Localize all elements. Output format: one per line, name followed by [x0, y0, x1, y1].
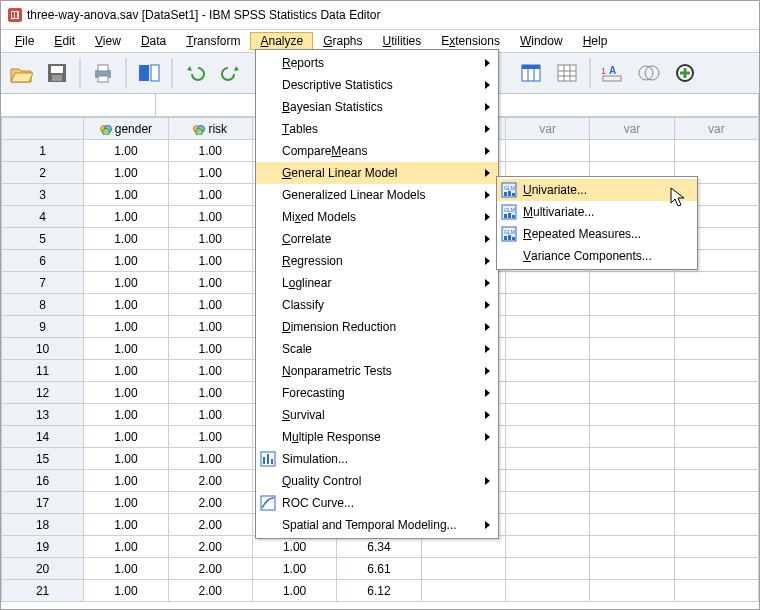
cell[interactable]: 1.00 [84, 228, 168, 250]
cell[interactable]: 1.00 [168, 184, 252, 206]
cell[interactable]: 1.00 [252, 558, 336, 580]
cell[interactable]: 1.00 [168, 140, 252, 162]
cell[interactable] [505, 360, 589, 382]
column-header[interactable]: var [505, 118, 589, 140]
cell[interactable] [590, 338, 674, 360]
row-header[interactable]: 10 [2, 338, 84, 360]
submenu-item[interactable]: GLMUnivariate... [497, 179, 697, 201]
menu-utilities[interactable]: Utilities [373, 32, 432, 50]
cell[interactable]: 1.00 [168, 250, 252, 272]
cell[interactable]: 1.00 [84, 448, 168, 470]
menu-item[interactable]: Correlate [256, 228, 498, 250]
menu-item[interactable]: Multiple Response [256, 426, 498, 448]
menu-item[interactable]: Compare Means [256, 140, 498, 162]
cell[interactable]: 1.00 [84, 316, 168, 338]
cell[interactable]: 1.00 [168, 228, 252, 250]
row-header[interactable]: 1 [2, 140, 84, 162]
cell[interactable]: 2.00 [168, 580, 252, 602]
cell[interactable] [590, 316, 674, 338]
cell[interactable]: 2.00 [168, 514, 252, 536]
cell[interactable] [505, 294, 589, 316]
cell[interactable]: 1.00 [84, 426, 168, 448]
cell[interactable] [674, 448, 758, 470]
cell[interactable] [590, 514, 674, 536]
cell[interactable] [505, 536, 589, 558]
cell[interactable] [590, 536, 674, 558]
cell[interactable] [674, 514, 758, 536]
menu-item[interactable]: Nonparametric Tests [256, 360, 498, 382]
cell[interactable] [421, 558, 505, 580]
cell[interactable]: 6.61 [337, 558, 421, 580]
cell[interactable] [590, 382, 674, 404]
cell[interactable] [590, 492, 674, 514]
menu-item[interactable]: Simulation... [256, 448, 498, 470]
menu-help[interactable]: Help [573, 32, 618, 50]
cell[interactable]: 1.00 [84, 382, 168, 404]
menu-data[interactable]: Data [131, 32, 176, 50]
menu-view[interactable]: View [85, 32, 131, 50]
cell[interactable]: 1.00 [84, 404, 168, 426]
cell[interactable] [505, 382, 589, 404]
save-icon[interactable] [41, 57, 73, 89]
cell[interactable]: 1.00 [84, 250, 168, 272]
cell[interactable] [505, 448, 589, 470]
submenu-item[interactable]: GLMMultivariate... [497, 201, 697, 223]
cell[interactable]: 1.00 [168, 426, 252, 448]
cell[interactable] [590, 360, 674, 382]
row-header[interactable]: 8 [2, 294, 84, 316]
menu-item[interactable]: Loglinear [256, 272, 498, 294]
cell[interactable] [590, 580, 674, 602]
row-header[interactable]: 16 [2, 470, 84, 492]
menu-item[interactable]: Descriptive Statistics [256, 74, 498, 96]
cell[interactable] [505, 426, 589, 448]
cell[interactable] [590, 470, 674, 492]
menu-item[interactable]: Spatial and Temporal Modeling... [256, 514, 498, 536]
cell[interactable]: 2.00 [168, 536, 252, 558]
menu-item[interactable]: Tables [256, 118, 498, 140]
row-header[interactable]: 9 [2, 316, 84, 338]
cell[interactable] [505, 492, 589, 514]
cell[interactable] [674, 360, 758, 382]
menu-item[interactable]: Scale [256, 338, 498, 360]
submenu-item[interactable]: Variance Components... [497, 245, 697, 267]
column-header[interactable]: risk [168, 118, 252, 140]
cell[interactable] [590, 448, 674, 470]
submenu-item[interactable]: GLMRepeated Measures... [497, 223, 697, 245]
menu-transform[interactable]: Transform [176, 32, 250, 50]
cell[interactable]: 2.00 [168, 558, 252, 580]
recall-dialog-icon[interactable] [133, 57, 165, 89]
cell[interactable] [505, 514, 589, 536]
menu-item[interactable]: Dimension Reduction [256, 316, 498, 338]
menu-item[interactable]: Classify [256, 294, 498, 316]
menu-extensions[interactable]: Extensions [431, 32, 510, 50]
column-header[interactable] [2, 118, 84, 140]
cell[interactable] [421, 580, 505, 602]
cell[interactable] [674, 404, 758, 426]
cell[interactable]: 1.00 [168, 206, 252, 228]
column-header[interactable]: var [674, 118, 758, 140]
cell[interactable]: 1.00 [84, 294, 168, 316]
cell[interactable]: 1.00 [252, 580, 336, 602]
cell[interactable] [674, 580, 758, 602]
cell[interactable] [505, 580, 589, 602]
column-header[interactable]: var [590, 118, 674, 140]
row-header[interactable]: 11 [2, 360, 84, 382]
menu-file[interactable]: File [5, 32, 44, 50]
cell[interactable]: 1.00 [168, 382, 252, 404]
row-header[interactable]: 13 [2, 404, 84, 426]
cell[interactable] [590, 426, 674, 448]
cell[interactable]: 6.12 [337, 580, 421, 602]
cell[interactable] [505, 558, 589, 580]
menu-item[interactable]: Regression [256, 250, 498, 272]
cell[interactable] [674, 536, 758, 558]
cell[interactable]: 1.00 [168, 162, 252, 184]
cell[interactable] [505, 272, 589, 294]
row-header[interactable]: 3 [2, 184, 84, 206]
undo-icon[interactable] [179, 57, 211, 89]
cell[interactable]: 1.00 [84, 470, 168, 492]
menu-item[interactable]: Forecasting [256, 382, 498, 404]
cell[interactable]: 1.00 [84, 360, 168, 382]
cell[interactable] [674, 558, 758, 580]
row-header[interactable]: 12 [2, 382, 84, 404]
custom-attributes-icon[interactable] [669, 57, 701, 89]
